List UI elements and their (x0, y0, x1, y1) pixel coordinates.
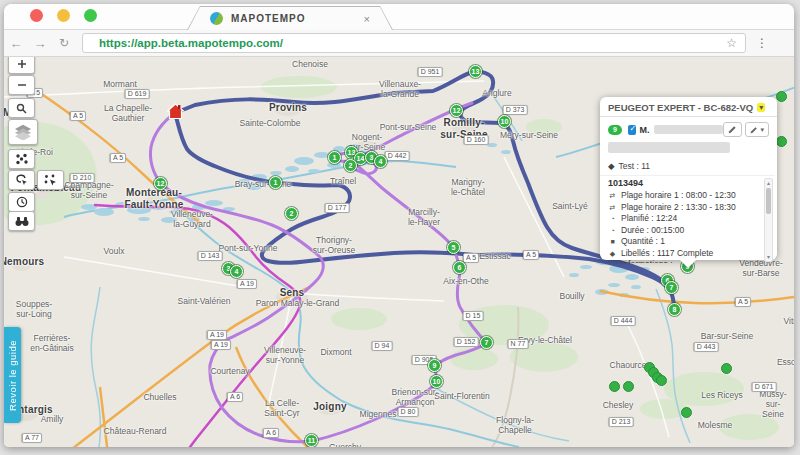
road-shield: A 77 (22, 433, 42, 443)
numbered-stop-marker[interactable]: 8 (668, 303, 681, 316)
numbered-stop-marker[interactable]: 11 (305, 434, 318, 447)
numbered-stop-marker[interactable]: 2 (285, 207, 298, 220)
tags-line: ◆ Test : 11 (600, 153, 777, 175)
detail-line: ◔Planifié : 12:24 (608, 213, 761, 225)
numbered-stop-marker[interactable]: 9 (428, 359, 441, 372)
stop-dot-marker[interactable] (609, 381, 620, 392)
stop-dot-marker[interactable] (681, 407, 692, 418)
minimize-window-button[interactable] (57, 9, 70, 22)
numbered-stop-marker[interactable]: 4 (374, 155, 387, 168)
polygon-select-button[interactable] (37, 170, 64, 190)
clusters-button[interactable] (8, 149, 35, 169)
numbered-stop-marker[interactable]: 10 (430, 375, 443, 388)
detail-line: ■Quantité : 1 (608, 236, 761, 248)
road-shield: A 19 (207, 330, 227, 340)
forward-icon[interactable]: → (28, 36, 52, 51)
vehicle-name: PEUGEOT EXPERT - BC-682-VQ (608, 102, 753, 113)
stop-dot-marker[interactable] (623, 381, 634, 392)
close-window-button[interactable] (30, 9, 43, 22)
mapotempo-logo-icon (210, 12, 223, 25)
road-shield: A 6 (263, 428, 279, 438)
layers-button[interactable] (8, 119, 38, 145)
road-shield: A 19 (211, 340, 231, 350)
edit-button[interactable] (723, 122, 742, 137)
arrows-icon: ⇄ (608, 202, 617, 214)
arrows-icon: ⇄ (608, 190, 617, 202)
tab-title: MAPOTEMPO (231, 13, 364, 24)
overview-binoculars-button[interactable] (8, 211, 35, 231)
popup-scrollbar[interactable]: ▴ ▾ (764, 178, 773, 262)
zoom-in-button[interactable] (8, 57, 35, 74)
window-controls (30, 9, 97, 22)
back-icon[interactable]: ← (4, 36, 28, 51)
numbered-stop-marker[interactable]: 10 (498, 115, 511, 128)
numbered-stop-marker[interactable]: 2 (344, 159, 357, 172)
browser-tab[interactable]: MAPOTEMPO × (187, 6, 393, 30)
detail-line: ◆Libellés : 1117 Complete (608, 248, 761, 260)
road-shield: D 443 (694, 342, 719, 352)
road-shield: A 5 (735, 297, 751, 307)
browser-toolbar: ← → ↻ https://app.beta.mapotempo.com/ ☆ … (4, 30, 794, 57)
map-canvas[interactable]: MormantChenoiseVillenauxe- la-GrandeLa C… (4, 57, 794, 447)
numbered-stop-marker[interactable]: 1 (269, 176, 282, 189)
road-shield: N 77 (508, 339, 529, 349)
edit-dropdown-button[interactable]: ▾ (745, 122, 769, 137)
zoom-out-button[interactable] (8, 75, 35, 95)
stop-dot-marker[interactable] (776, 91, 787, 102)
scroll-down-icon[interactable]: ▾ (765, 253, 772, 261)
numbered-stop-marker[interactable]: 1 (328, 151, 341, 164)
road-shield: D 143 (198, 251, 223, 261)
road-shield: D 671 (752, 382, 777, 392)
detail-line: ◔Durée : 00:15:00 (608, 225, 761, 237)
road-shield: A 5 (523, 250, 539, 260)
browser-titlebar: MAPOTEMPO × (4, 4, 794, 30)
road-shield: D 951 (418, 67, 443, 77)
numbered-stop-marker[interactable]: 6 (453, 261, 466, 274)
review-guide-tab[interactable]: Revoir le guide (4, 327, 21, 423)
browser-window: MAPOTEMPO × ← → ↻ https://app.beta.mapot… (4, 4, 794, 447)
numbered-stop-marker[interactable]: 5 (447, 241, 460, 254)
road-shield: A 5 (110, 153, 126, 163)
numbered-stop-marker[interactable]: 7 (665, 281, 678, 294)
road-shield: A 5 (70, 111, 86, 121)
time-button[interactable] (8, 192, 35, 212)
fullscreen-window-button[interactable] (84, 9, 97, 22)
road-shield: D 210 (70, 173, 95, 183)
tags-text: Test : 11 (619, 161, 651, 171)
browser-menu-icon[interactable]: ⋮ (756, 36, 768, 50)
stop-dot-marker[interactable] (776, 136, 787, 147)
tag-icon: ◆ (608, 259, 617, 263)
url-text[interactable]: https://app.beta.mapotempo.com/ (99, 37, 726, 49)
caret-down-icon: ▾ (760, 126, 764, 134)
numbered-stop-marker[interactable]: 4 (230, 265, 243, 278)
road-shield: D 213 (609, 417, 634, 427)
numbered-stop-marker[interactable]: 12 (450, 104, 463, 117)
road-shield: A 5 (463, 253, 479, 263)
stop-popup: PEUGEOT EXPERT - BC-682-VQ ▾ 9 M. ▾ (600, 97, 777, 260)
stop-row: 9 M. ▾ (600, 117, 777, 137)
scroll-thumb[interactable] (766, 188, 771, 214)
contact-prefix: M. (640, 125, 650, 135)
stop-dot-marker[interactable] (656, 375, 667, 386)
road-shield: D 619 (125, 89, 150, 99)
redacted-address (608, 142, 730, 153)
numbered-stop-marker[interactable]: 7 (480, 336, 493, 349)
detail-text: Informations : (621, 259, 673, 263)
scroll-up-icon[interactable]: ▴ (765, 179, 772, 187)
vehicle-dropdown-icon[interactable]: ▾ (757, 103, 765, 112)
stop-checkbox[interactable] (628, 125, 636, 135)
road-shield: D 442 (385, 151, 410, 161)
numbered-stop-marker[interactable]: 13 (469, 65, 482, 78)
road-shield: D 444 (611, 316, 636, 326)
url-bar[interactable]: https://app.beta.mapotempo.com/ ☆ (82, 33, 746, 53)
depot-marker-icon[interactable] (166, 103, 185, 124)
reload-icon[interactable]: ↻ (52, 36, 76, 50)
road-shield: D 152 (454, 337, 479, 347)
lasso-select-button[interactable] (8, 170, 35, 190)
tab-close-icon[interactable]: × (364, 13, 370, 25)
road-shield: D 94 (372, 341, 393, 351)
stop-dot-marker[interactable] (721, 363, 732, 374)
zoom-area-search-button[interactable] (8, 98, 35, 118)
bookmark-star-icon[interactable]: ☆ (726, 36, 737, 50)
numbered-stop-marker[interactable]: 12 (154, 177, 167, 190)
